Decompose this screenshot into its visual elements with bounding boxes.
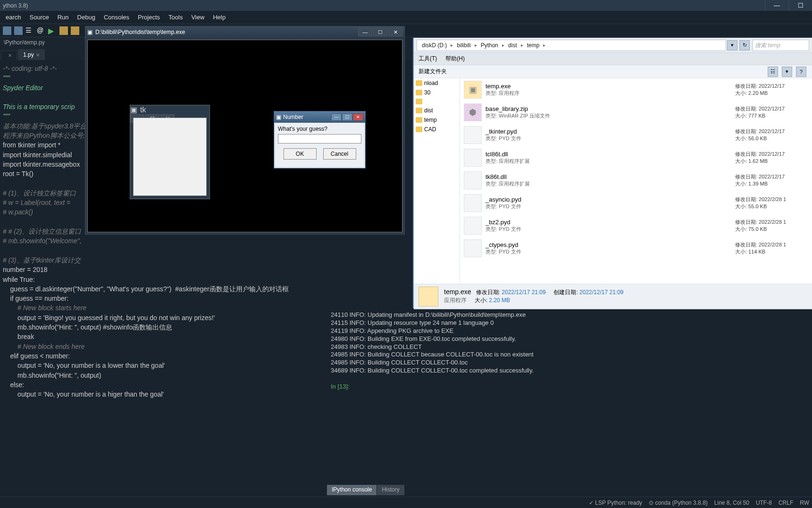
file-type: 类型: 应用程序扩展 [486, 180, 735, 187]
line-ending[interactable]: CRLF [779, 500, 793, 506]
dialog-titlebar[interactable]: ▣Number — ☐ ✕ [274, 111, 365, 123]
file-date: 修改日期: 2022/12/17 [735, 128, 808, 135]
new-file-icon[interactable] [3, 26, 11, 35]
tree-item[interactable]: nload [414, 78, 460, 88]
list-icon[interactable]: ☰ [25, 26, 34, 35]
cell-run-icon[interactable] [59, 26, 68, 35]
run-icon[interactable]: ▶ [48, 26, 57, 35]
encoding[interactable]: UTF-8 [756, 500, 772, 506]
tree-item[interactable]: temp [414, 115, 460, 125]
new-folder-button[interactable]: 新建文件夹 [419, 68, 447, 76]
menu-tools[interactable]: Tools [165, 12, 186, 23]
explorer-menu-item[interactable]: 工具(T) [419, 55, 437, 63]
titlebar: ython 3.8) [0, 0, 812, 11]
file-date: 修改日期: 2022/2/28 1 [735, 241, 808, 248]
editor-tab[interactable]: 1.py✕ [18, 49, 45, 60]
explorer-menu-item[interactable]: 帮助(H) [445, 55, 465, 63]
view-options-icon[interactable]: ☷ [768, 67, 778, 77]
chevron-right-icon: ▸ [475, 42, 477, 48]
editor-tab[interactable]: ✕ [1, 51, 17, 60]
tab-label: 1.py [23, 51, 34, 58]
at-icon[interactable]: @ [37, 26, 45, 35]
file-date: 修改日期: 2022/12/17 [735, 151, 808, 158]
crumb[interactable]: dist [505, 42, 520, 49]
file-row[interactable]: _tkinter.pyd类型: PYD 文件修改日期: 2022/12/17大小… [460, 124, 812, 146]
close-button[interactable]: ✕ [388, 28, 402, 36]
file-row[interactable]: tk86t.dll类型: 应用程序扩展修改日期: 2022/12/17大小: 1… [460, 169, 812, 192]
conda-env[interactable]: ⊙ conda (Python 3.8.8) [649, 500, 708, 506]
help-icon[interactable]: ? [796, 67, 806, 77]
console-icon: ▣ [87, 29, 92, 35]
maximize-button[interactable]: ☐ [342, 113, 352, 121]
open-file-icon[interactable] [14, 26, 23, 35]
crumb[interactable]: Python [478, 42, 501, 49]
file-type: 类型: PYD 文件 [486, 248, 735, 255]
cell-step-icon[interactable] [71, 26, 79, 35]
console-tab[interactable]: History [377, 485, 404, 495]
crumb[interactable]: bilibili [454, 42, 473, 49]
crumb[interactable]: diskD (D:) [419, 42, 450, 49]
file-icon: ▣ [464, 81, 482, 99]
console-titlebar[interactable]: ▣D:\bilibili\Python\dist\temp\temp.exe —… [85, 26, 404, 38]
guess-input[interactable] [278, 134, 361, 144]
explorer-menu: 工具(T)帮助(H) [414, 53, 812, 65]
tree-item[interactable] [414, 97, 460, 106]
file-explorer-window[interactable]: diskD (D:)▸bilibili▸Python▸dist▸temp▸ ▾ … [413, 38, 812, 308]
file-list[interactable]: ▣temp.exe类型: 应用程序修改日期: 2022/12/17大小: 2.2… [460, 78, 812, 284]
tree-item[interactable]: CAD [414, 125, 460, 134]
file-name: base_library.zip [486, 105, 735, 112]
refresh-icon[interactable]: ↻ [739, 40, 750, 51]
file-mode: RW [800, 500, 809, 506]
file-row[interactable]: ⬢base_library.zip类型: WinRAR ZIP 压缩文件修改日期… [460, 101, 812, 124]
crumb[interactable]: temp [524, 42, 543, 49]
detail-mod-label: 修改日期: [476, 289, 500, 296]
menu-consoles[interactable]: Consoles [100, 12, 133, 23]
close-icon[interactable]: ✕ [36, 52, 40, 58]
maximize-button[interactable]: ☐ [788, 0, 812, 11]
menu-projects[interactable]: Projects [134, 12, 164, 23]
ipython-console[interactable]: 24110 INFO: Updating manifest in D:\bili… [327, 309, 812, 397]
menu-source[interactable]: Source [26, 12, 53, 23]
file-icon [464, 126, 482, 144]
detail-create-label: 创建日期: [553, 289, 578, 296]
tk-titlebar[interactable]: ▣tk — ☐ ✕ [130, 105, 209, 116]
minimize-button[interactable]: — [331, 113, 342, 121]
file-size: 大小: 114 KB [735, 248, 808, 255]
console-tabs: IPython consoleHistory [327, 485, 405, 495]
cancel-button[interactable]: Cancel [323, 148, 356, 160]
menu-debug[interactable]: Debug [74, 12, 99, 23]
console-tab[interactable]: IPython console [327, 485, 377, 495]
tree-item[interactable]: 30 [414, 88, 460, 97]
menu-view[interactable]: View [187, 12, 208, 23]
folder-icon [416, 99, 422, 104]
file-row[interactable]: _ctypes.pyd类型: PYD 文件修改日期: 2022/2/28 1大小… [460, 237, 812, 260]
maximize-button[interactable]: ☐ [373, 28, 387, 36]
view-dropdown-icon[interactable]: ▾ [782, 67, 792, 77]
menu-help[interactable]: Help [209, 12, 229, 23]
tk-window[interactable]: ▣tk — ☐ ✕ [130, 105, 210, 199]
dropdown-icon[interactable]: ▾ [727, 40, 737, 51]
file-name: _ctypes.pyd [486, 241, 735, 248]
file-row[interactable]: ▣temp.exe类型: 应用程序修改日期: 2022/12/17大小: 2.2… [460, 78, 812, 101]
file-type: 类型: 应用程序扩展 [486, 158, 735, 165]
menu-earch[interactable]: earch [2, 12, 25, 23]
detail-name: temp.exe [444, 288, 471, 296]
file-date: 修改日期: 2022/2/28 1 [735, 196, 808, 203]
file-row[interactable]: _asyncio.pyd类型: PYD 文件修改日期: 2022/2/28 1大… [460, 192, 812, 214]
close-icon[interactable]: ✕ [8, 53, 12, 58]
details-pane: temp.exe 修改日期: 2022/12/17 21:09 创建日期: 20… [414, 284, 812, 308]
file-row[interactable]: _bz2.pyd类型: PYD 文件修改日期: 2022/2/28 1大小: 7… [460, 214, 812, 237]
menu-run[interactable]: Run [54, 12, 73, 23]
number-dialog[interactable]: ▣Number — ☐ ✕ What's your guess? OK Canc… [274, 111, 366, 169]
tree-item[interactable]: dist [414, 106, 460, 115]
lsp-status[interactable]: ✓ LSP Python: ready [589, 500, 642, 506]
minimize-button[interactable]: — [765, 0, 788, 11]
minimize-button[interactable]: — [358, 28, 372, 36]
close-button[interactable]: ✕ [353, 113, 363, 121]
ok-button[interactable]: OK [284, 148, 317, 160]
folder-tree[interactable]: nload30disttempCAD [414, 78, 460, 284]
file-row[interactable]: tcl86t.dll类型: 应用程序扩展修改日期: 2022/12/17大小: … [460, 146, 812, 169]
breadcrumb[interactable]: diskD (D:)▸bilibili▸Python▸dist▸temp▸ [417, 40, 726, 51]
search-input[interactable] [753, 40, 809, 51]
menubar: earchSourceRunDebugConsolesProjectsTools… [0, 11, 812, 24]
